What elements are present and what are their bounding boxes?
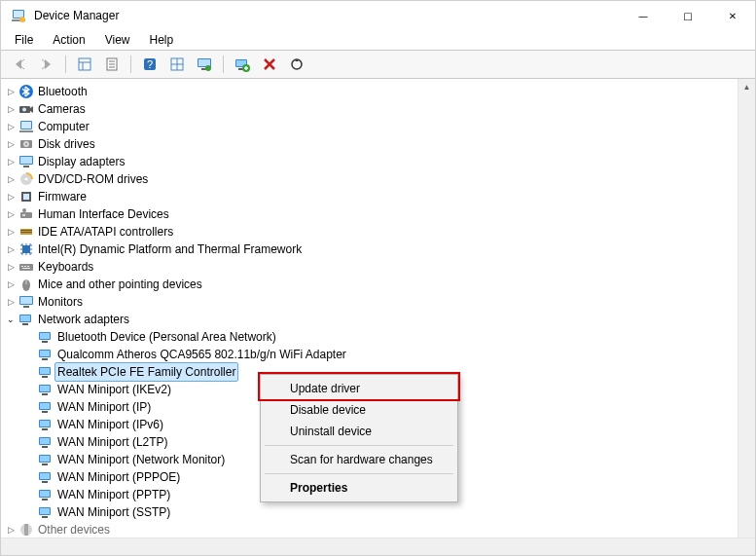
chevron-right-icon[interactable]: ▷ bbox=[5, 521, 17, 538]
toolbar-add-hardware[interactable] bbox=[230, 53, 255, 76]
camera-icon bbox=[18, 101, 34, 117]
network-icon bbox=[38, 469, 54, 485]
network-icon bbox=[38, 329, 54, 345]
firmware-icon bbox=[18, 189, 34, 204]
tree-device[interactable]: Bluetooth Device (Personal Area Network) bbox=[1, 328, 738, 346]
tree-device-label: Qualcomm Atheros QCA9565 802.11b/g/n WiF… bbox=[57, 346, 346, 363]
disk-icon bbox=[18, 136, 34, 152]
ctx-disable-device[interactable]: Disable device bbox=[263, 399, 455, 421]
vertical-scrollbar[interactable]: ▲ ▼ bbox=[738, 79, 755, 555]
tree-category-label: IDE ATA/ATAPI controllers bbox=[38, 223, 173, 241]
tree-category[interactable]: ▷DVD/CD-ROM drives bbox=[1, 170, 738, 188]
menu-file[interactable]: File bbox=[7, 31, 41, 49]
maximize-button[interactable]: □ bbox=[666, 1, 710, 30]
ctx-separator bbox=[265, 473, 453, 474]
cd-icon bbox=[18, 171, 34, 187]
network-icon bbox=[38, 434, 54, 450]
tree-device-label: WAN Miniport (SSTP) bbox=[57, 503, 170, 521]
chip-icon bbox=[18, 241, 34, 257]
display-icon bbox=[18, 154, 34, 169]
titlebar: Device Manager — □ ✕ bbox=[1, 1, 755, 30]
chevron-right-icon[interactable]: ▷ bbox=[5, 293, 17, 311]
tree-category[interactable]: ▷IDE ATA/ATAPI controllers bbox=[1, 223, 738, 241]
tree-category-label: Other devices bbox=[38, 521, 110, 538]
tree-category-network[interactable]: ⌄Network adapters bbox=[1, 311, 738, 328]
monitor-icon bbox=[18, 294, 34, 310]
ctx-scan-hardware[interactable]: Scan for hardware changes bbox=[263, 449, 455, 470]
tree-category-label: Network adapters bbox=[38, 311, 129, 328]
tree-category-label: Display adapters bbox=[38, 153, 125, 170]
chevron-down-icon[interactable]: ⌄ bbox=[5, 311, 17, 328]
tree-category-label: Disk drives bbox=[38, 135, 95, 153]
chevron-right-icon[interactable]: ▷ bbox=[5, 241, 17, 258]
chevron-right-icon[interactable]: ▷ bbox=[5, 100, 17, 118]
ctx-update-driver[interactable]: Update driver bbox=[263, 378, 455, 399]
tree-category-label: Human Interface Devices bbox=[38, 205, 169, 223]
tree-category[interactable]: ▷Mice and other pointing devices bbox=[1, 276, 738, 293]
tree-category-label: Intel(R) Dynamic Platform and Thermal Fr… bbox=[38, 241, 302, 258]
toolbar bbox=[1, 50, 755, 79]
menu-help[interactable]: Help bbox=[142, 31, 182, 49]
chevron-right-icon[interactable]: ▷ bbox=[5, 170, 17, 188]
tree-device-label: WAN Miniport (PPPOE) bbox=[57, 468, 180, 486]
toolbar-back[interactable] bbox=[7, 53, 32, 76]
ctx-properties[interactable]: Properties bbox=[263, 477, 455, 499]
close-button[interactable]: ✕ bbox=[710, 1, 755, 30]
chevron-right-icon[interactable]: ▷ bbox=[5, 153, 17, 170]
chevron-right-icon[interactable]: ▷ bbox=[5, 135, 17, 153]
mouse-icon bbox=[18, 277, 34, 292]
tree-category-label: Cameras bbox=[38, 100, 86, 118]
ctx-uninstall-device[interactable]: Uninstall device bbox=[263, 421, 455, 442]
tree-device-label: WAN Miniport (IPv6) bbox=[57, 416, 163, 433]
tree-category[interactable]: ▷Computer bbox=[1, 118, 738, 135]
chevron-right-icon[interactable]: ▷ bbox=[5, 205, 17, 223]
tree-category[interactable]: ▷Intel(R) Dynamic Platform and Thermal F… bbox=[1, 241, 738, 258]
menu-view[interactable]: View bbox=[97, 31, 138, 49]
tree-category[interactable]: ▷Firmware bbox=[1, 188, 738, 205]
tree-device-label: WAN Miniport (Network Monitor) bbox=[57, 451, 225, 468]
toolbar-forward[interactable] bbox=[34, 53, 59, 76]
chevron-right-icon[interactable]: ▷ bbox=[5, 258, 17, 276]
toolbar-help[interactable] bbox=[137, 53, 162, 76]
network-icon bbox=[38, 452, 54, 467]
tree-device[interactable]: Qualcomm Atheros QCA9565 802.11b/g/n WiF… bbox=[1, 346, 738, 363]
keyboard-icon bbox=[18, 259, 34, 275]
other-icon bbox=[18, 522, 34, 537]
tree-category[interactable]: ▷Cameras bbox=[1, 100, 738, 118]
tree-category[interactable]: ▷Keyboards bbox=[1, 258, 738, 276]
computer-icon bbox=[18, 119, 34, 134]
toolbar-update[interactable] bbox=[284, 53, 309, 76]
tree-category-label: Mice and other pointing devices bbox=[38, 276, 202, 293]
chevron-right-icon[interactable]: ▷ bbox=[5, 118, 17, 135]
chevron-right-icon[interactable]: ▷ bbox=[5, 223, 17, 241]
tree-device-label: Bluetooth Device (Personal Area Network) bbox=[57, 328, 276, 346]
toolbar-console-tree[interactable] bbox=[72, 53, 97, 76]
chevron-right-icon[interactable]: ▷ bbox=[5, 276, 17, 293]
tree-category[interactable]: ▷Display adapters bbox=[1, 153, 738, 170]
tree-device[interactable]: WAN Miniport (SSTP) bbox=[1, 503, 738, 521]
horizontal-scrollbar[interactable] bbox=[1, 537, 755, 555]
network-icon bbox=[38, 504, 54, 520]
minimize-button[interactable]: — bbox=[621, 1, 666, 30]
tree-category[interactable]: ▷Monitors bbox=[1, 293, 738, 311]
network-icon bbox=[38, 399, 54, 415]
hid-icon bbox=[18, 206, 34, 222]
toolbar-uninstall[interactable] bbox=[257, 53, 282, 76]
scroll-up-icon[interactable]: ▲ bbox=[738, 79, 755, 95]
network-icon bbox=[38, 417, 54, 432]
menu-action[interactable]: Action bbox=[45, 31, 92, 49]
tree-category[interactable]: ▷Other devices bbox=[1, 521, 738, 538]
tree-device-label: WAN Miniport (PPTP) bbox=[57, 486, 170, 503]
window-title: Device Manager bbox=[34, 9, 119, 22]
tree-category[interactable]: ▷Human Interface Devices bbox=[1, 205, 738, 223]
chevron-right-icon[interactable]: ▷ bbox=[5, 83, 17, 100]
toolbar-properties[interactable] bbox=[99, 53, 125, 76]
tree-category[interactable]: ▷Disk drives bbox=[1, 135, 738, 153]
ide-icon bbox=[18, 224, 34, 240]
chevron-right-icon[interactable]: ▷ bbox=[5, 188, 17, 205]
toolbar-show-hidden[interactable] bbox=[164, 53, 190, 76]
tree-category[interactable]: ▷Bluetooth bbox=[1, 83, 738, 100]
ctx-separator bbox=[265, 445, 453, 446]
toolbar-scan[interactable] bbox=[192, 53, 217, 76]
tree-category-label: Keyboards bbox=[38, 258, 93, 276]
